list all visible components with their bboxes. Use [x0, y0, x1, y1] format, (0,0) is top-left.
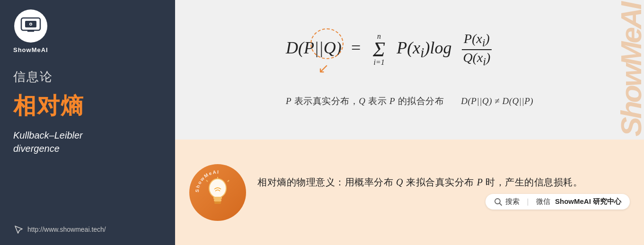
- subtitle-line1: Kullback–Leibler: [13, 130, 83, 140]
- brand-label: ShowMeAI 研究中心: [553, 197, 621, 206]
- fraction: P(xi) Q(xi): [461, 32, 492, 67]
- insight-text-block: 相对熵的物理意义：用概率分布 Q 来拟合真实分布 P 时，产生的信息损耗。 搜索…: [257, 175, 630, 210]
- sidebar: ShowMeAI 信息论 相对熵 Kullback–Leibler diverg…: [0, 0, 175, 245]
- main-title: 相对熵: [13, 91, 84, 121]
- main-content: D(P||Q) = n Σ i=1 P(xi)log P(xi) Q(xi) ↙: [175, 0, 644, 245]
- search-text: 搜索: [505, 197, 520, 206]
- wechat-label: 微信: [536, 197, 550, 206]
- cursor-icon: [13, 224, 24, 235]
- formula-description: P 表示真实分布，Q 表示 P 的拟合分布 D(P||Q) ≠ D(Q||P): [286, 95, 533, 107]
- bulb-arc-svg: ShowMeAI: [189, 164, 246, 221]
- website-url: http://www.showmeai.tech/: [27, 226, 106, 233]
- svg-text:ShowMeAI: ShowMeAI: [194, 169, 220, 192]
- website-link[interactable]: http://www.showmeai.tech/: [13, 224, 106, 235]
- pipe-divider: ｜: [524, 197, 531, 206]
- formula-text: D(P||Q) = n Σ i=1 P(xi)log P(xi) Q(xi): [286, 32, 493, 67]
- sigma-symbol: n Σ i=1: [373, 33, 385, 67]
- category-label: 信息论: [13, 69, 53, 85]
- logo-circle: [14, 9, 47, 43]
- formula-section: D(P||Q) = n Σ i=1 P(xi)log P(xi) Q(xi) ↙: [175, 0, 644, 140]
- insight-main-text: 相对熵的物理意义：用概率分布 Q 来拟合真实分布 P 时，产生的信息损耗。: [257, 175, 630, 189]
- svg-point-3: [30, 24, 31, 25]
- bulb-decoration: ShowMeAI: [189, 164, 246, 221]
- watermark: ShowMeAI: [614, 0, 644, 140]
- svg-line-13: [499, 203, 502, 205]
- logo-area: ShowMeAI: [13, 9, 48, 53]
- formula-display: D(P||Q) = n Σ i=1 P(xi)log P(xi) Q(xi) ↙: [286, 32, 493, 67]
- search-badge[interactable]: 搜索 ｜ 微信 ShowMeAI 研究中心: [485, 194, 630, 210]
- search-badge-container: 搜索 ｜ 微信 ShowMeAI 研究中心: [257, 194, 630, 210]
- subtitle-line2: divergence: [13, 143, 60, 154]
- watermark-text: ShowMeAI: [614, 3, 644, 136]
- subtitle: Kullback–Leibler divergence: [13, 129, 83, 155]
- search-icon: [494, 198, 503, 206]
- logo-text: ShowMeAI: [13, 46, 48, 53]
- arrow-indicator: ↙: [318, 61, 329, 76]
- logo-monitor-icon: [20, 17, 41, 35]
- insight-section: ShowMeAI 相对熵的物理意义：用概: [175, 140, 644, 245]
- formula-container: D(P||Q) = n Σ i=1 P(xi)log P(xi) Q(xi) ↙: [286, 32, 533, 108]
